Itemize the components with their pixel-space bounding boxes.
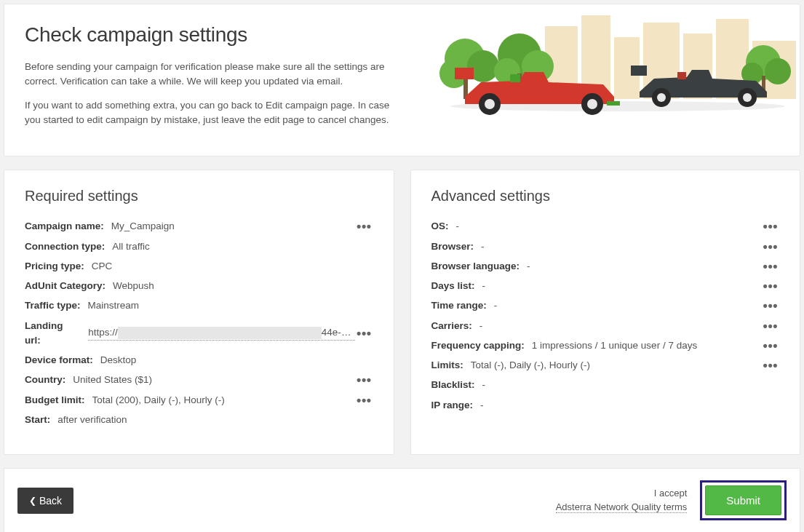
- row-adunit-category: AdUnit Category: Webpush: [25, 279, 373, 293]
- label-connection-type: Connection type:: [25, 239, 105, 254]
- row-landing-url: Landing url: https://44e-8b9 •••: [25, 319, 373, 349]
- chevron-left-icon: ❮: [29, 496, 36, 506]
- row-pricing-type: Pricing type: CPC: [25, 259, 373, 274]
- value-start: after verification: [57, 413, 127, 427]
- value-country: United States ($1): [73, 373, 152, 387]
- edit-browser[interactable]: •••: [762, 240, 779, 253]
- submit-button[interactable]: Submit: [705, 485, 781, 515]
- row-traffic-type: Traffic type: Mainstream: [25, 298, 373, 313]
- label-budget-limit: Budget limit:: [25, 393, 85, 408]
- racing-cars-illustration: [421, 4, 800, 121]
- back-button-label: Back: [39, 495, 62, 507]
- footer-right: I accept Adsterra Network Quality terms …: [556, 480, 787, 520]
- label-ip-range: IP range:: [431, 398, 474, 413]
- svg-rect-21: [631, 65, 647, 76]
- edit-time-range[interactable]: •••: [762, 299, 779, 312]
- label-time-range: Time range:: [431, 298, 487, 313]
- label-frequency-capping: Frequency capping:: [431, 338, 525, 353]
- label-country: Country:: [25, 373, 65, 387]
- row-connection-type: Connection type: All traffic: [25, 239, 373, 254]
- svg-point-16: [765, 58, 791, 84]
- advanced-settings-title: Advanced settings: [431, 188, 780, 205]
- label-landing-url: Landing url:: [25, 319, 81, 349]
- value-os: -: [456, 219, 460, 234]
- svg-point-23: [657, 93, 666, 102]
- value-budget-limit: Total (200), Daily (-), Hourly (-): [92, 393, 225, 408]
- edit-os[interactable]: •••: [762, 220, 779, 233]
- value-frequency-capping: 1 impressions / 1 unique user / 7 days: [532, 338, 697, 353]
- value-time-range: -: [494, 298, 498, 313]
- value-carriers: -: [479, 319, 483, 333]
- header-para-1: Before sending your campaign for verific…: [25, 60, 403, 88]
- row-carriers: Carriers: - •••: [431, 319, 780, 333]
- terms-link[interactable]: Adsterra Network Quality terms: [556, 501, 688, 513]
- landing-url-prefix: https://: [88, 327, 118, 338]
- accept-text: I accept: [556, 487, 688, 500]
- row-limits: Limits: Total (-), Daily (-), Hourly (-)…: [431, 358, 780, 373]
- value-ip-range: -: [480, 398, 484, 413]
- svg-rect-26: [510, 74, 520, 82]
- row-blacklist: Blacklist: -: [431, 378, 780, 392]
- label-browser-language: Browser language:: [431, 259, 520, 274]
- value-landing-url: https://44e-8b9: [88, 325, 355, 341]
- label-blacklist: Blacklist:: [431, 378, 475, 392]
- edit-country[interactable]: •••: [355, 373, 373, 386]
- svg-rect-27: [455, 68, 474, 79]
- edit-carriers[interactable]: •••: [762, 319, 779, 333]
- row-time-range: Time range: - •••: [431, 298, 780, 313]
- header-left: Check campaign settings Before sending y…: [25, 23, 403, 137]
- header-illustration: [421, 4, 800, 121]
- landing-url-suffix: 44e-8b9: [322, 327, 355, 338]
- back-button[interactable]: ❮ Back: [17, 488, 73, 514]
- row-start: Start: after verification: [25, 413, 373, 427]
- row-campaign-name: Campaign name: My_Campaign •••: [25, 219, 373, 234]
- value-adunit-category: Webpush: [113, 279, 154, 293]
- redacted-url: [118, 327, 322, 339]
- label-pricing-type: Pricing type:: [25, 259, 84, 274]
- row-country: Country: United States ($1) •••: [25, 373, 373, 387]
- label-adunit-category: AdUnit Category:: [25, 279, 106, 293]
- edit-campaign-name[interactable]: •••: [355, 220, 373, 233]
- accept-block: I accept Adsterra Network Quality terms: [556, 487, 688, 513]
- value-traffic-type: Mainstream: [88, 298, 140, 313]
- label-device-format: Device format:: [25, 353, 93, 368]
- edit-budget-limit[interactable]: •••: [355, 394, 373, 407]
- value-connection-type: All traffic: [112, 239, 150, 254]
- required-settings-title: Required settings: [25, 188, 373, 205]
- advanced-settings-panel: Advanced settings OS: - ••• Browser: - •…: [410, 170, 801, 455]
- page-title: Check campaign settings: [25, 23, 403, 47]
- value-blacklist: -: [482, 378, 486, 392]
- edit-landing-url[interactable]: •••: [355, 327, 373, 340]
- required-settings-panel: Required settings Campaign name: My_Camp…: [4, 170, 394, 455]
- row-ip-range: IP range: -: [431, 398, 780, 413]
- row-browser-language: Browser language: - •••: [431, 259, 780, 274]
- edit-days-list[interactable]: •••: [762, 279, 779, 293]
- edit-browser-language[interactable]: •••: [762, 260, 779, 273]
- row-device-format: Device format: Desktop: [25, 353, 373, 368]
- row-days-list: Days list: - •••: [431, 279, 780, 293]
- svg-rect-20: [677, 72, 686, 79]
- svg-point-31: [587, 99, 597, 109]
- label-days-list: Days list:: [431, 279, 475, 293]
- value-days-list: -: [482, 279, 486, 293]
- value-device-format: Desktop: [100, 353, 137, 368]
- label-limits: Limits:: [431, 358, 463, 373]
- value-limits: Total (-), Daily (-), Hourly (-): [471, 358, 590, 373]
- header-card: Check campaign settings Before sending y…: [4, 4, 800, 156]
- label-carriers: Carriers:: [431, 319, 472, 333]
- header-para-2: If you want to add something extra, you …: [25, 98, 403, 127]
- label-traffic-type: Traffic type:: [25, 298, 81, 313]
- value-pricing-type: CPC: [92, 259, 113, 274]
- edit-limits[interactable]: •••: [762, 359, 779, 372]
- value-browser: -: [481, 239, 485, 254]
- svg-point-29: [485, 99, 495, 109]
- value-campaign-name: My_Campaign: [111, 219, 175, 234]
- edit-frequency-capping[interactable]: •••: [762, 339, 779, 352]
- submit-highlight: Submit: [700, 480, 787, 520]
- row-frequency-capping: Frequency capping: 1 impressions / 1 uni…: [431, 338, 780, 353]
- settings-columns: Required settings Campaign name: My_Camp…: [4, 170, 800, 455]
- value-browser-language: -: [527, 259, 530, 274]
- label-start: Start:: [25, 413, 50, 427]
- label-campaign-name: Campaign name:: [25, 219, 104, 234]
- svg-rect-32: [607, 101, 620, 106]
